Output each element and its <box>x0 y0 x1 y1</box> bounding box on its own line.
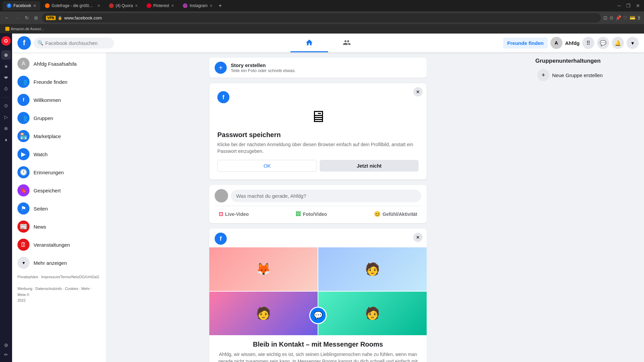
footer-cookies[interactable]: Cookies <box>65 287 78 291</box>
sidebar-item-watch[interactable]: ▶ Watch <box>15 145 103 163</box>
sidebar-item-welcome[interactable]: f Willkommen <box>15 91 103 109</box>
sidebar-item-friends-find[interactable]: 👥 Freunde finden <box>15 73 103 90</box>
find-friends-button[interactable]: Freunde finden <box>503 38 547 49</box>
card-description: Ahfdg, wir wissen, wie wichtig es ist, s… <box>215 351 421 362</box>
footer-mehr[interactable]: Mehr <box>82 287 90 291</box>
post-create-input[interactable]: Was machst du gerade, Ahfdg? <box>231 190 421 202</box>
sidebar-icon-groups: 👥 <box>17 112 30 124</box>
footer-privacy[interactable]: Privatsphäre <box>17 275 38 279</box>
vpn-badge: VPN <box>46 16 56 20</box>
tab-instagram[interactable]: Instagram ✕ <box>179 1 216 10</box>
opera-icon-2[interactable]: ❤ <box>1 73 11 82</box>
card-images: 🦊 🧑 💬 🧑 <box>209 247 427 335</box>
main-content-area: O ⊕ ★ ❤ Ö ⊙ ▷ ⊗ ♦ ⚙ ✏ f 🔍 <box>0 34 644 362</box>
sidebar-icon-news: 📰 <box>17 221 30 233</box>
wallet-icon[interactable]: 💳 <box>630 15 635 20</box>
opera-icon-4[interactable]: ▷ <box>1 112 11 122</box>
dialog-close-button[interactable]: ✕ <box>413 87 423 97</box>
sidebar-item-marketplace[interactable]: 🏪 Marketplace <box>15 127 103 145</box>
opera-icon-6[interactable]: ♦ <box>1 135 11 144</box>
account-menu-button[interactable]: ▾ <box>627 37 639 49</box>
nav-home[interactable] <box>290 34 328 52</box>
live-video-icon: ⊡ <box>219 211 223 217</box>
story-create-box[interactable]: + Story erstellen Teile ein Foto oder sc… <box>209 58 427 78</box>
home-button[interactable]: ⊞ <box>33 14 39 22</box>
tab-close-pinterest[interactable]: ✕ <box>171 4 174 8</box>
tab-gutefrage[interactable]: Gutefrage - die größte de... ✕ <box>41 1 104 10</box>
sidebar-item-pages[interactable]: ⚑ Seiten <box>15 200 103 217</box>
search-input[interactable] <box>45 40 110 46</box>
nav-friends[interactable] <box>328 34 366 52</box>
new-tab-button[interactable]: + <box>219 3 222 9</box>
screenshot-icon[interactable]: ⊙ <box>609 15 613 20</box>
card-image-3: 🧑 <box>209 292 318 335</box>
fb-body: A Ahfdg Fsasafsafsfa 👥 Freunde finden <box>12 52 644 362</box>
footer-werbung[interactable]: Werbung <box>17 287 32 291</box>
close-button[interactable]: ✕ <box>635 2 641 10</box>
dialog-later-button[interactable]: Jetzt nicht <box>320 160 419 172</box>
messenger-button[interactable]: 💬 <box>597 37 609 49</box>
bookmark-amazon[interactable]: Amazon.de Associ... <box>3 26 46 32</box>
opera-icon-instagram[interactable]: Ö <box>1 84 11 94</box>
dialog-buttons: OK Jetzt nicht <box>217 160 419 172</box>
tab-close-gutefrage[interactable]: ✕ <box>97 4 100 8</box>
opera-icon-1[interactable]: ★ <box>1 62 11 71</box>
opera-compose-icon[interactable]: ✏ <box>1 350 11 359</box>
fb-nav-center <box>290 34 366 52</box>
cast-icon[interactable]: ⊡ <box>603 15 607 20</box>
restore-button[interactable]: ❐ <box>625 2 632 10</box>
footer-datenschutz[interactable]: Datenschutzinfo <box>36 287 62 291</box>
sidebar-icon-friends: 👥 <box>17 76 30 88</box>
back-button[interactable]: ← <box>3 14 11 22</box>
download-icon[interactable]: ⊻ <box>637 15 641 20</box>
sidebar-icon-pages: ⚑ <box>17 202 30 215</box>
footer-meta[interactable]: Meta <box>17 293 25 297</box>
fb-nav-right: Freunde finden A Ahfdg ⠿ 💬 🔔 ▾ <box>503 37 639 49</box>
forward-button[interactable]: → <box>13 14 21 22</box>
dialog-title: Passwort speichern <box>217 131 419 139</box>
sidebar-item-memories[interactable]: 🕐 Erinnerungen <box>15 164 103 181</box>
sidebar-icon-memories: 🕐 <box>17 166 30 178</box>
sidebar-item-news[interactable]: 📰 News <box>15 218 103 235</box>
sidebar-more-button[interactable]: ▾ Mehr anzeigen <box>15 254 103 272</box>
tab-quora[interactable]: (4) Quora ✕ <box>105 1 142 10</box>
notifications-button[interactable]: 🔔 <box>612 37 624 49</box>
card-title: Bleib in Kontakt – mit Messenger Rooms <box>215 341 421 348</box>
opera-icon-5[interactable]: ⊗ <box>1 124 11 133</box>
footer-terms[interactable]: Terms <box>60 275 70 279</box>
tab-pinterest[interactable]: Pinterest ✕ <box>143 1 178 10</box>
tab-close-quora[interactable]: ✕ <box>135 4 138 8</box>
opera-icon-3[interactable]: ⊙ <box>1 101 11 110</box>
fb-search-box[interactable]: 🔍 <box>34 38 114 49</box>
pin-icon[interactable]: 📌 <box>615 15 621 20</box>
live-video-button[interactable]: ⊡ Live-Video <box>215 209 253 219</box>
group-chats-title: Gruppenunterhaltungen <box>535 58 639 64</box>
card-close-button[interactable]: ✕ <box>413 233 423 242</box>
tab-close-instagram[interactable]: ✕ <box>210 4 213 8</box>
url-bar[interactable]: VPN 🔒 www.facebook.com <box>42 13 601 22</box>
menu-button[interactable]: ⠿ <box>582 37 594 49</box>
figure-2: 🧑 <box>365 262 380 276</box>
refresh-button[interactable]: ↻ <box>23 14 30 22</box>
feeling-label: Gefühl/Aktivität <box>383 212 417 217</box>
tab-close-facebook[interactable]: ✕ <box>33 4 36 8</box>
new-group-button[interactable]: + Neue Gruppe erstellen <box>535 67 639 83</box>
tab-favicon-gutefrage <box>45 3 50 8</box>
minimize-button[interactable]: ─ <box>616 2 622 10</box>
heart-icon[interactable]: ♡ <box>623 15 628 20</box>
user-avatar[interactable]: A <box>550 37 562 49</box>
sidebar-item-groups[interactable]: 👥 Gruppen <box>15 109 103 127</box>
footer-impressum[interactable]: Impressum <box>41 275 59 279</box>
sidebar-label-memories: Erinnerungen <box>34 170 64 175</box>
bookmark-label: Amazon.de Associ... <box>11 27 44 31</box>
opera-icon-0[interactable]: ⊕ <box>1 50 11 60</box>
sidebar-item-events[interactable]: 🗓 Veranstaltungen <box>15 236 103 253</box>
photo-video-button[interactable]: 🖼 Foto/Video <box>291 209 331 219</box>
footer-netzDG[interactable]: NetzDG/UrhDaG <box>71 275 99 279</box>
sidebar-item-saved[interactable]: 🔖 Gespeichert <box>15 182 103 199</box>
tab-facebook[interactable]: f Facebook ✕ <box>3 1 40 10</box>
opera-settings-icon[interactable]: ⚙ <box>1 341 11 350</box>
dialog-ok-button[interactable]: OK <box>217 160 317 172</box>
sidebar-user-profile[interactable]: A Ahfdg Fsasafsafsfa <box>15 55 103 72</box>
feeling-button[interactable]: 😊 Gefühl/Aktivität <box>370 209 421 219</box>
